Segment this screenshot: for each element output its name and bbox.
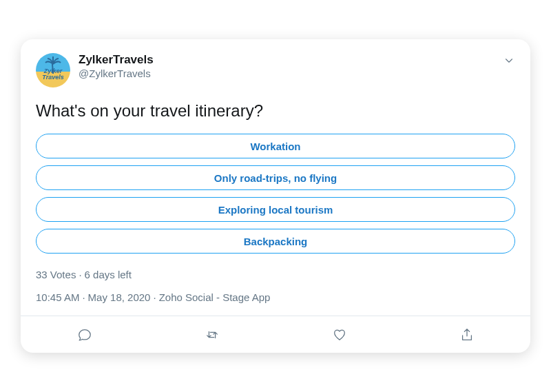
heart-icon <box>332 327 347 342</box>
tweet-actions <box>21 316 530 353</box>
poll-option-label: Workation <box>250 141 300 152</box>
avatar[interactable]: ZylkerTravels <box>36 53 70 87</box>
votes-count: 33 Votes <box>36 269 76 280</box>
reply-button[interactable] <box>71 321 98 349</box>
poll-option-3[interactable]: Backpacking <box>36 229 515 254</box>
display-name: ZylkerTravels <box>79 53 503 67</box>
poll-option-2[interactable]: Exploring local tourism <box>36 197 515 222</box>
share-icon <box>459 327 475 342</box>
poll-option-0[interactable]: Workation <box>36 134 515 158</box>
poll: Workation Only road-trips, no flying Exp… <box>21 134 530 254</box>
tweet-source: Zoho Social - Stage App <box>159 291 271 303</box>
retweet-icon <box>205 327 220 342</box>
like-button[interactable] <box>326 321 353 349</box>
poll-meta: 33 Votes·6 days left <box>21 260 530 280</box>
tweet-card: ZylkerTravels ZylkerTravels @ZylkerTrave… <box>21 39 530 353</box>
avatar-text: ZylkerTravels <box>36 68 70 81</box>
poll-option-label: Exploring local tourism <box>218 204 333 216</box>
account-names[interactable]: ZylkerTravels @ZylkerTravels <box>79 53 503 79</box>
retweet-button[interactable] <box>198 321 226 349</box>
poll-option-label: Backpacking <box>244 236 308 247</box>
tweet-header: ZylkerTravels ZylkerTravels @ZylkerTrave… <box>21 53 530 87</box>
poll-option-1[interactable]: Only road-trips, no flying <box>36 165 515 190</box>
reply-icon <box>77 327 92 342</box>
timestamp-time: 10:45 AM <box>36 291 79 303</box>
tweet-text: What's on your travel itinerary? <box>21 87 530 134</box>
poll-option-label: Only road-trips, no flying <box>214 172 337 184</box>
share-button[interactable] <box>453 321 481 349</box>
handle: @ZylkerTravels <box>79 68 503 79</box>
chevron-down-icon[interactable] <box>503 54 515 67</box>
tweet-timestamp: 10:45 AM·May 18, 2020·Zoho Social - Stag… <box>21 280 530 316</box>
timestamp-date: May 18, 2020 <box>88 291 151 303</box>
time-remaining: 6 days left <box>85 269 132 280</box>
